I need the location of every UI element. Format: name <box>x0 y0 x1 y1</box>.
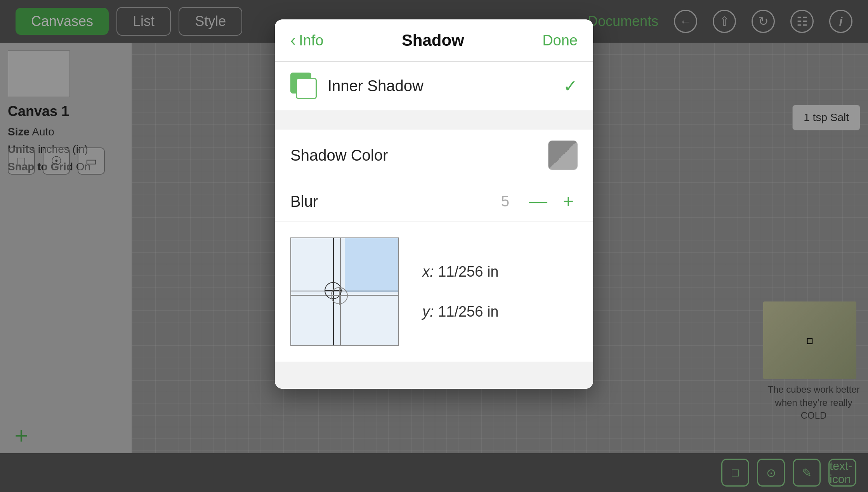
modal-title: Shadow <box>402 31 464 50</box>
diagram-highlight-quadrant <box>345 238 398 292</box>
blur-decrease-button[interactable]: — <box>525 192 551 211</box>
blur-row: Blur 5 — + <box>275 181 593 222</box>
modal-overlay: ‹ Info Shadow Done Inner Shadow ✓ Shadow <box>0 0 868 492</box>
chevron-left-icon: ‹ <box>290 32 296 49</box>
section-divider <box>275 110 593 130</box>
shadow-modal: ‹ Info Shadow Done Inner Shadow ✓ Shadow <box>275 19 593 389</box>
inner-shadow-label: Inner Shadow <box>328 77 552 95</box>
blur-label: Blur <box>290 193 493 210</box>
x-value: 11/256 in <box>438 263 498 280</box>
modal-body: Inner Shadow ✓ Shadow Color Blur 5 — + <box>275 62 593 362</box>
shadow-color-row[interactable]: Shadow Color <box>275 130 593 181</box>
shadow-color-swatch[interactable] <box>548 140 578 170</box>
done-button[interactable]: Done <box>542 32 578 49</box>
modal-header: ‹ Info Shadow Done <box>275 19 593 62</box>
x-label: x: <box>422 263 434 280</box>
y-offset-item: y: 11/256 in <box>422 303 499 320</box>
inner-shadow-row[interactable]: Inner Shadow ✓ <box>275 62 593 110</box>
x-offset-item: x: 11/256 in <box>422 263 499 280</box>
back-label: Info <box>299 32 323 49</box>
shadow-icon-inner <box>296 78 317 99</box>
blur-value: 5 <box>501 193 509 210</box>
modal-footer <box>275 362 593 389</box>
offset-section: x: 11/256 in y: 11/256 in <box>275 222 593 362</box>
offset-circle <box>331 287 348 304</box>
blur-increase-button[interactable]: + <box>559 192 578 211</box>
y-value: 11/256 in <box>438 303 498 320</box>
back-button[interactable]: ‹ Info <box>290 32 323 49</box>
offset-values: x: 11/256 in y: 11/256 in <box>422 263 499 320</box>
inner-shadow-icon <box>290 73 317 99</box>
y-label: y: <box>422 303 434 320</box>
offset-diagram[interactable] <box>290 237 399 346</box>
inner-shadow-checkmark: ✓ <box>563 76 578 96</box>
shadow-color-label: Shadow Color <box>290 147 548 164</box>
